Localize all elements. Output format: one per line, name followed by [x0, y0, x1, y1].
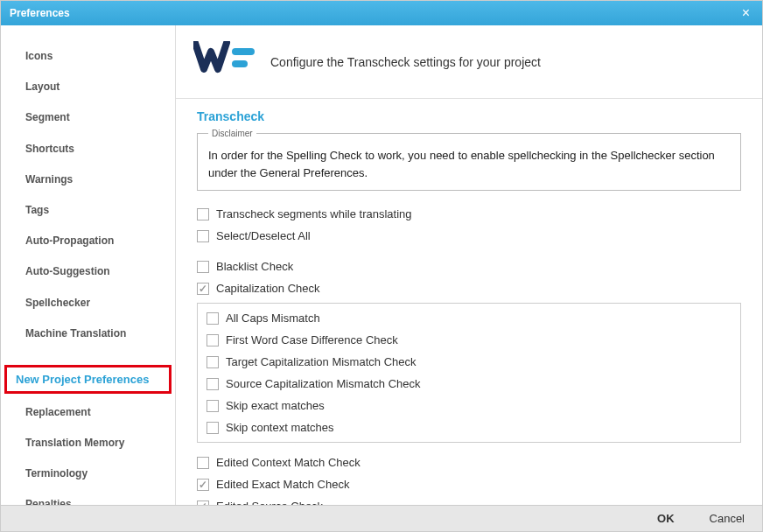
sidebar-item-translation-memory[interactable]: Translation Memory	[1, 430, 175, 457]
checkbox-icon[interactable]	[197, 230, 209, 242]
sidebar-item-terminology[interactable]: Terminology	[1, 460, 175, 487]
window-title: Preferences	[10, 7, 738, 19]
capitalization-subgroup: All Caps Mismatch First Word Case Differ…	[197, 303, 741, 443]
svg-rect-0	[232, 48, 255, 55]
check-first-word-case[interactable]: First Word Case Difference Check	[206, 329, 732, 351]
check-target-cap-mismatch[interactable]: Target Capitalization Mismatch Check	[206, 351, 732, 373]
check-skip-context[interactable]: Skip context matches	[206, 416, 732, 438]
content-area: Transcheck Disclaimer In order for the S…	[176, 99, 762, 505]
svg-rect-1	[232, 60, 248, 67]
check-blacklist[interactable]: Blacklist Check	[197, 256, 741, 277]
sidebar-item-spellchecker[interactable]: Spellchecker	[1, 290, 175, 317]
checkbox-icon[interactable]	[197, 261, 209, 273]
sidebar-item-shortcuts[interactable]: Shortcuts	[1, 136, 175, 163]
disclaimer-box: Disclaimer In order for the Spelling Che…	[197, 129, 741, 191]
page-subtitle: Configure the Transcheck settings for yo…	[270, 55, 541, 69]
checkbox-icon[interactable]	[197, 208, 209, 220]
disclaimer-legend: Disclaimer	[208, 129, 256, 138]
sidebar-item-tags[interactable]: Tags	[1, 197, 175, 224]
close-icon[interactable]: ×	[738, 5, 753, 21]
check-edited-context-match[interactable]: Edited Context Match Check	[197, 452, 741, 473]
sidebar-item-penalties[interactable]: Penalties	[1, 491, 175, 505]
check-edited-source[interactable]: Edited Source Check	[197, 495, 741, 505]
sidebar-item-layout[interactable]: Layout	[1, 74, 175, 101]
dialog-footer: OK Cancel	[1, 505, 762, 531]
sidebar-item-warnings[interactable]: Warnings	[1, 166, 175, 193]
checkbox-icon[interactable]	[206, 334, 219, 346]
checkbox-icon[interactable]	[206, 378, 219, 390]
disclaimer-text: In order for the Spelling Check to work,…	[208, 147, 730, 181]
checkbox-icon[interactable]	[197, 283, 209, 295]
checkbox-icon[interactable]	[206, 356, 219, 368]
sidebar: Icons Layout Segment Shortcuts Warnings …	[1, 25, 176, 505]
checkbox-icon[interactable]	[206, 312, 219, 325]
check-all-caps-mismatch[interactable]: All Caps Mismatch	[206, 307, 732, 329]
check-select-deselect-all[interactable]: Select/Deselect All	[197, 225, 741, 247]
sidebar-item-icons[interactable]: Icons	[1, 43, 175, 70]
app-logo-icon	[193, 41, 258, 82]
check-capitalization[interactable]: Capitalization Check	[197, 277, 741, 299]
highlight-box-section: New Project Preferences	[4, 365, 172, 394]
check-edited-exact-match[interactable]: Edited Exact Match Check	[197, 473, 741, 495]
check-source-cap-mismatch[interactable]: Source Capitalization Mismatch Check	[206, 373, 732, 395]
sidebar-item-machine-translation[interactable]: Machine Translation	[1, 320, 175, 347]
checkbox-icon[interactable]	[206, 400, 219, 412]
sidebar-item-auto-propagation[interactable]: Auto-Propagation	[1, 228, 175, 255]
sidebar-section-header: New Project Preferences	[7, 368, 169, 391]
sidebar-item-auto-suggestion[interactable]: Auto-Suggestion	[1, 258, 175, 285]
sidebar-item-replacement[interactable]: Replacement	[1, 399, 175, 426]
window-titlebar: Preferences ×	[1, 1, 762, 25]
cancel-button[interactable]: Cancel	[710, 512, 745, 525]
check-skip-exact[interactable]: Skip exact matches	[206, 395, 732, 416]
checkbox-icon[interactable]	[197, 479, 209, 491]
sidebar-item-segment[interactable]: Segment	[1, 104, 175, 131]
check-transcheck-while-translating[interactable]: Transcheck segments while translating	[197, 203, 741, 225]
ok-button[interactable]: OK	[657, 512, 675, 525]
section-title: Transcheck	[197, 109, 741, 123]
page-header: Configure the Transcheck settings for yo…	[176, 25, 762, 99]
checkbox-icon[interactable]	[206, 422, 219, 434]
checkbox-icon[interactable]	[197, 457, 209, 469]
